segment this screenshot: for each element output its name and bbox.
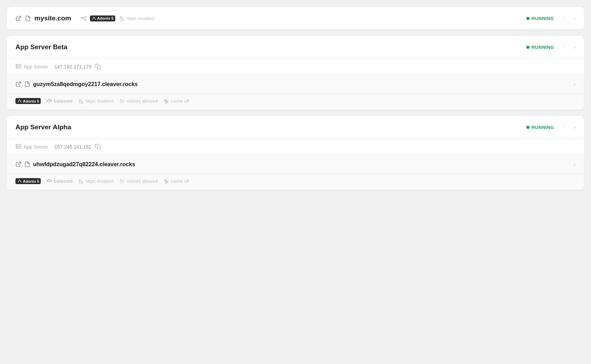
card-mysite-right: RUNNING ⋮ ›	[526, 13, 576, 23]
domain-doc-icon-alpha	[24, 161, 30, 167]
beta-status-dot	[526, 46, 530, 49]
document-icon	[25, 15, 31, 21]
visitors-allowed-tag-beta: visitors allowed	[119, 98, 157, 104]
beta-adonis-badge: Adonis 5	[15, 98, 41, 104]
card-beta-tags-row: Adonis 5 balanced https disab	[7, 93, 584, 110]
card-alpha-header: App Server Alpha RUNNING ⋮ ›	[7, 116, 584, 138]
alpha-expand-chevron[interactable]: ›	[573, 124, 576, 131]
status-running: RUNNING	[526, 16, 554, 21]
svg-line-29	[18, 162, 21, 165]
card-mysite-left: mysite.com Adonis 5	[15, 14, 154, 22]
card-beta-server-left: App Server 147.182.171.179	[15, 64, 101, 70]
cache-off-tag-alpha: cache off	[163, 178, 189, 184]
svg-point-7	[83, 18, 83, 18]
beta-domain-name: guzym5za8qedmgoy2217.cleaver.rocks	[33, 81, 138, 87]
mysite-title: mysite.com	[34, 14, 71, 22]
card-alpha-server-row: App Server 157.245.141.151	[7, 138, 584, 155]
alpha-title: App Server Alpha	[15, 123, 71, 131]
adonis-badge: Adonis 5	[90, 15, 115, 21]
beta-status-running: RUNNING	[526, 45, 554, 50]
balanced-tag-alpha: balanced	[46, 178, 72, 184]
card-alpha-tags-left: Adonis 5 balanced https disab	[15, 178, 189, 184]
card-alpha-server-left: App Server 157.245.141.151	[15, 144, 101, 150]
card-appserver-beta: App Server Beta RUNNING ⋮ › App Server	[7, 36, 584, 110]
svg-point-33	[121, 179, 122, 181]
https-disabled-tag-alpha: https disabled	[78, 178, 113, 184]
card-mysite: mysite.com Adonis 5	[7, 7, 584, 30]
card-beta-header: App Server Beta RUNNING ⋮ ›	[7, 36, 584, 58]
card-beta-server-row: App Server 147.182.171.179	[7, 58, 584, 74]
beta-more-menu-button[interactable]: ⋮	[558, 42, 569, 52]
server-icon-alpha: App Server	[15, 144, 48, 150]
card-beta-domain-right: ›	[573, 80, 576, 88]
card-beta-left: App Server Beta	[15, 43, 67, 51]
external-link-icon[interactable]	[15, 15, 21, 21]
alpha-status-running: RUNNING	[526, 125, 554, 130]
svg-rect-1	[81, 17, 82, 18]
expand-chevron[interactable]: ›	[573, 15, 576, 22]
card-beta-domain-row: guzym5za8qedmgoy2217.cleaver.rocks ›	[7, 74, 584, 93]
cache-off-tag-beta: cache off	[163, 98, 189, 104]
domain-doc-icon-beta	[24, 81, 30, 87]
beta-title: App Server Beta	[15, 43, 67, 51]
svg-line-15	[18, 82, 21, 85]
copy-ip-button-beta[interactable]	[95, 64, 101, 70]
alpha-ip: 157.245.141.151	[54, 144, 91, 150]
card-mysite-header: mysite.com Adonis 5	[7, 7, 584, 30]
https-disabled-tag: https disabled	[119, 15, 154, 21]
card-beta-tags-left: Adonis 5 balanced https disab	[15, 98, 189, 104]
alpha-domain-name: uhwfdpdzugad27q82224.cleaver.rocks	[33, 161, 135, 168]
more-menu-button[interactable]: ⋮	[558, 13, 569, 23]
https-disabled-tag-beta: https disabled	[78, 98, 113, 104]
beta-domain-chevron[interactable]: ›	[573, 80, 576, 88]
svg-rect-14	[97, 66, 100, 69]
alpha-adonis-badge: Adonis 5	[15, 178, 41, 184]
balanced-tag-beta: balanced	[46, 98, 72, 104]
copy-ip-button-alpha[interactable]	[95, 144, 101, 150]
topology-icon	[80, 15, 86, 21]
card-beta-right: RUNNING ⋮ ›	[526, 42, 576, 52]
alpha-domain-chevron[interactable]: ›	[573, 161, 576, 168]
card-alpha-tags-row: Adonis 5 balanced https disab	[7, 174, 584, 190]
svg-rect-28	[97, 146, 100, 149]
card-alpha-domain-row: uhwfdpdzugad27q82224.cleaver.rocks ›	[7, 155, 584, 174]
card-alpha-left: App Server Alpha	[15, 123, 71, 131]
beta-expand-chevron[interactable]: ›	[573, 44, 576, 51]
domain-external-icon-beta[interactable]	[15, 81, 21, 87]
svg-rect-2	[85, 16, 86, 17]
card-appserver-alpha: App Server Alpha RUNNING ⋮ › App Server	[7, 116, 584, 190]
card-alpha-domain-right: ›	[573, 161, 576, 168]
alpha-status-dot	[526, 126, 530, 129]
card-beta-domain-left: guzym5za8qedmgoy2217.cleaver.rocks	[15, 81, 138, 87]
alpha-more-menu-button[interactable]: ⋮	[558, 122, 569, 132]
beta-ip: 147.182.171.179	[54, 64, 91, 70]
svg-line-0	[18, 16, 21, 19]
svg-rect-3	[85, 19, 86, 20]
card-alpha-right: RUNNING ⋮ ›	[526, 122, 576, 132]
domain-external-icon-alpha[interactable]	[15, 161, 21, 167]
visitors-allowed-tag-alpha: visitors allowed	[119, 178, 157, 184]
card-alpha-domain-left: uhwfdpdzugad27q82224.cleaver.rocks	[15, 161, 135, 168]
server-icon-beta: App Server	[15, 64, 48, 70]
status-dot	[526, 17, 530, 20]
svg-point-19	[121, 99, 122, 100]
